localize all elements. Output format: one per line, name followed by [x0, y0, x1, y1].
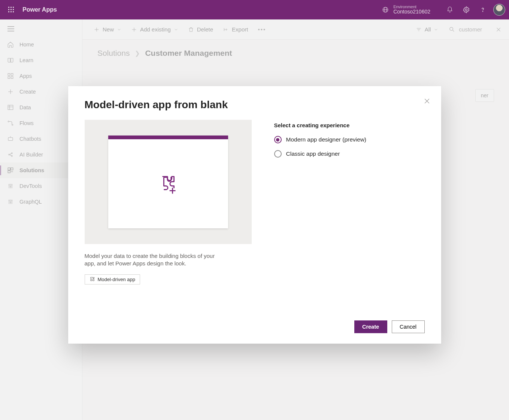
- close-icon[interactable]: [423, 97, 431, 105]
- dialog-description: Model your data to create the building b…: [85, 252, 227, 268]
- svg-point-11: [466, 9, 467, 11]
- waffle-icon[interactable]: [4, 7, 19, 13]
- options-heading: Select a creating experience: [274, 122, 425, 128]
- svg-rect-3: [8, 9, 9, 10]
- tag-label: Model-driven app: [98, 277, 135, 282]
- environment-picker[interactable]: Environment Contoso210602: [382, 4, 430, 15]
- notifications-icon[interactable]: [442, 1, 458, 18]
- help-icon[interactable]: [475, 1, 491, 18]
- dialog-title: Model-driven app from blank: [85, 99, 425, 111]
- app-type-tag: Model-driven app: [85, 274, 140, 284]
- env-label: Environment: [393, 4, 430, 9]
- radio-label: Modern app designer (preview): [286, 136, 367, 143]
- app-title: Power Apps: [22, 6, 57, 13]
- svg-rect-6: [8, 11, 9, 12]
- svg-point-12: [482, 11, 483, 12]
- cancel-button[interactable]: Cancel: [392, 320, 425, 333]
- svg-rect-2: [13, 7, 14, 8]
- svg-rect-1: [10, 7, 12, 8]
- svg-rect-7: [10, 11, 12, 12]
- globe-icon: [382, 6, 389, 13]
- puzzle-icon: [90, 277, 95, 282]
- svg-rect-8: [13, 11, 14, 12]
- create-button[interactable]: Create: [354, 320, 387, 333]
- app-header: Power Apps Environment Contoso210602: [0, 0, 509, 19]
- dialog-overlay: Model-driven app from blank: [0, 19, 509, 420]
- radio-icon: [274, 150, 282, 158]
- radio-icon: [274, 136, 282, 143]
- settings-icon[interactable]: [458, 1, 475, 18]
- svg-rect-4: [10, 9, 12, 10]
- puzzle-plus-icon: [157, 172, 180, 195]
- preview-card: [108, 136, 228, 228]
- radio-classic-designer[interactable]: Classic app designer: [274, 150, 425, 158]
- env-name: Contoso210602: [393, 9, 430, 15]
- preview-tile: [85, 120, 252, 244]
- svg-rect-5: [13, 9, 14, 10]
- dialog: Model-driven app from blank: [68, 86, 441, 344]
- radio-label: Classic app designer: [286, 150, 340, 157]
- svg-rect-0: [8, 7, 9, 8]
- avatar[interactable]: [493, 4, 505, 16]
- radio-modern-designer[interactable]: Modern app designer (preview): [274, 136, 425, 143]
